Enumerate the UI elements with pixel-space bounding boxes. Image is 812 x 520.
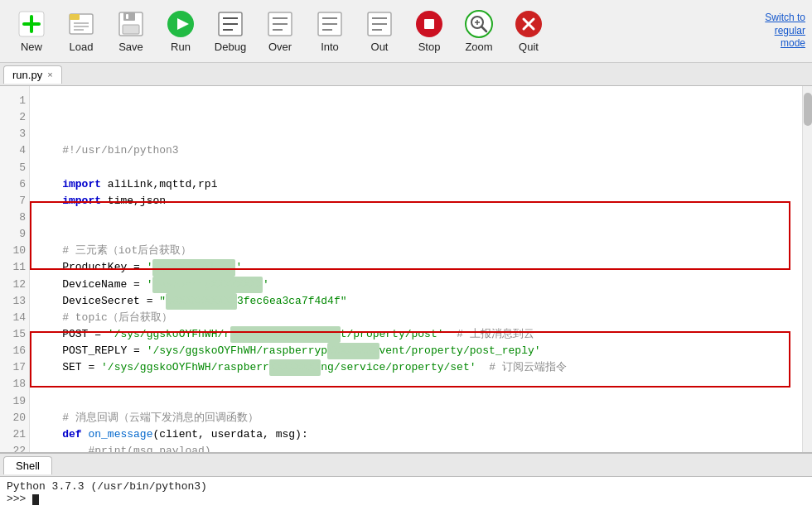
line-numbers: 1 2 3 4 5 6 7 8 9 10 11 12 13 14 15 16 1… bbox=[0, 86, 30, 452]
editor-area: 1 2 3 4 5 6 7 8 9 10 11 12 13 14 15 16 1… bbox=[0, 86, 812, 452]
run-icon bbox=[166, 9, 196, 39]
tab-label: run.py bbox=[12, 69, 42, 81]
over-button[interactable]: Over bbox=[255, 6, 305, 56]
stop-icon bbox=[414, 9, 444, 39]
load-button[interactable]: Load bbox=[56, 6, 106, 56]
svg-point-32 bbox=[466, 11, 492, 37]
zoom-button[interactable]: Zoom bbox=[454, 6, 504, 56]
shell-tab-bar: Shell bbox=[0, 454, 812, 477]
zoom-icon bbox=[464, 9, 494, 39]
save-icon bbox=[116, 9, 146, 39]
tab-bar: run.py × bbox=[0, 63, 812, 86]
debug-button[interactable]: Debug bbox=[205, 6, 255, 56]
out-button[interactable]: Out bbox=[355, 6, 404, 56]
out-icon bbox=[365, 9, 394, 39]
code-editor[interactable]: #!/usr/bin/python3 import aliLink,mqttd,… bbox=[30, 86, 802, 452]
shell-tab-label: Shell bbox=[16, 460, 40, 472]
into-icon bbox=[315, 9, 345, 39]
shell-python-version: Python 3.7.3 (/usr/bin/python3) bbox=[7, 480, 805, 493]
svg-rect-4 bbox=[70, 14, 80, 20]
svg-rect-31 bbox=[424, 19, 434, 29]
code-wrapper: #!/usr/bin/python3 import aliLink,mqttd,… bbox=[62, 109, 802, 452]
quit-button[interactable]: Quit bbox=[504, 6, 553, 56]
tab-close-button[interactable]: × bbox=[47, 70, 52, 79]
debug-icon bbox=[215, 9, 245, 39]
shell-tab[interactable]: Shell bbox=[3, 456, 52, 474]
quit-icon bbox=[514, 9, 544, 39]
shell-area: Shell Python 3.7.3 (/usr/bin/python3) >>… bbox=[0, 452, 812, 520]
save-button[interactable]: Save bbox=[106, 6, 156, 56]
svg-rect-10 bbox=[123, 25, 139, 34]
switch-mode-link[interactable]: Switch to regular mode bbox=[765, 12, 805, 51]
over-icon bbox=[265, 9, 295, 39]
svg-rect-11 bbox=[126, 14, 128, 19]
scrollbar-thumb[interactable] bbox=[804, 93, 812, 126]
shell-prompt: >>> bbox=[7, 493, 805, 505]
editor-tab[interactable]: run.py × bbox=[3, 65, 62, 84]
stop-button[interactable]: Stop bbox=[404, 6, 454, 56]
new-icon bbox=[17, 9, 46, 39]
into-button[interactable]: Into bbox=[305, 6, 355, 56]
svg-rect-9 bbox=[123, 12, 135, 21]
new-button[interactable]: New bbox=[7, 6, 56, 56]
run-button[interactable]: Run bbox=[156, 6, 205, 56]
load-icon bbox=[66, 9, 96, 39]
toolbar: New Load Save bbox=[0, 0, 812, 63]
shell-content[interactable]: Python 3.7.3 (/usr/bin/python3) >>> bbox=[0, 477, 812, 520]
editor-scrollbar[interactable] bbox=[802, 86, 812, 452]
